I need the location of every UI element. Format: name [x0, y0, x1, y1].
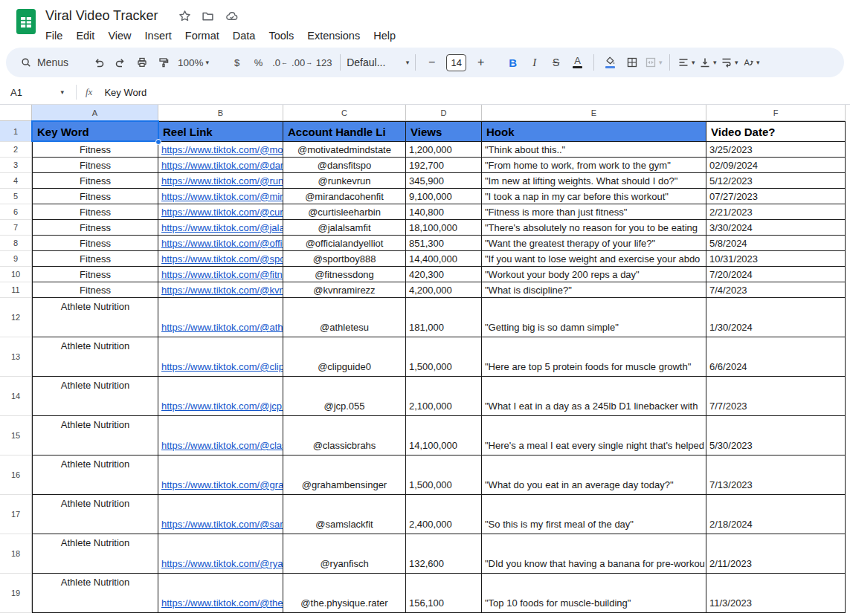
cell-C11[interactable]: @kvnramirezz — [283, 282, 406, 298]
cell-E4[interactable]: "Im new at lifting weights. What should … — [482, 173, 706, 189]
row-header-18[interactable]: 18 — [0, 534, 32, 574]
cell-C10[interactable]: @fitnessdong — [283, 267, 406, 282]
cell-F13[interactable]: 6/6/2024 — [706, 337, 846, 377]
cell-F5[interactable]: 07/27/2023 — [706, 189, 846, 204]
row-header-2[interactable]: 2 — [0, 142, 32, 158]
cell-F9[interactable]: 10/31/2023 — [706, 251, 846, 267]
cell-B13[interactable]: https://www.tiktok.com/@clipguide0 — [158, 337, 283, 377]
cell-B12[interactable]: https://www.tiktok.com/@athletesu — [158, 298, 283, 337]
cell-D17[interactable]: 2,400,000 — [406, 495, 482, 534]
row-header-3[interactable]: 3 — [0, 158, 32, 173]
vertical-align-button[interactable]: ▾ — [698, 52, 718, 73]
cell-C3[interactable]: @dansfitspo — [283, 158, 406, 173]
reel-link[interactable]: https://www.tiktok.com/@officialandyelli… — [161, 238, 283, 249]
cell-F7[interactable]: 3/30/2024 — [706, 220, 846, 236]
text-color-button[interactable]: A — [567, 52, 587, 73]
cell-A9[interactable]: Fitness — [32, 251, 158, 267]
cell-E6[interactable]: "Fitness is more than just fitness" — [482, 204, 706, 220]
cell-C7[interactable]: @jalalsamfit — [283, 220, 406, 236]
cell-D12[interactable]: 181,000 — [406, 298, 482, 337]
row-header-7[interactable]: 7 — [0, 220, 32, 236]
menus-search-button[interactable]: Menus — [16, 56, 88, 68]
column-header-A[interactable]: A — [32, 105, 158, 121]
cell-B9[interactable]: https://www.tiktok.com/@sportboy888 — [158, 251, 283, 267]
cell-C8[interactable]: @officialandyelliot — [283, 236, 406, 251]
cell-D8[interactable]: 851,300 — [406, 236, 482, 251]
cell-B17[interactable]: https://www.tiktok.com/@samslackfit — [158, 495, 283, 534]
cell-B6[interactable]: https://www.tiktok.com/@curtisleeharbin — [158, 204, 283, 220]
paint-format-button[interactable] — [153, 52, 173, 73]
decrease-font-size-button[interactable]: − — [422, 52, 442, 73]
cell-F4[interactable]: 5/12/2023 — [706, 173, 846, 189]
reel-link[interactable]: https://www.tiktok.com/@the.physique.rat… — [161, 597, 283, 609]
cell-A6[interactable]: Fitness — [32, 204, 158, 220]
cell-A4[interactable]: Fitness — [32, 173, 158, 189]
column-header-F[interactable]: F — [706, 105, 846, 121]
cell-C5[interactable]: @mirandacohenfit — [283, 189, 406, 204]
cell-A11[interactable]: Fitness — [32, 282, 158, 298]
cell-E15[interactable]: "Here's a meal I eat every single night … — [482, 416, 706, 455]
cell-A2[interactable]: Fitness — [32, 142, 158, 158]
cell-C17[interactable]: @samslackfit — [283, 495, 406, 534]
cell-B19[interactable]: https://www.tiktok.com/@the.physique.rat… — [158, 574, 283, 613]
cell-C18[interactable]: @ryanfisch — [283, 534, 406, 574]
reel-link[interactable]: https://www.tiktok.com/@grahambensinger — [161, 479, 283, 490]
cell-A14[interactable]: Athlete Nutrition — [32, 377, 158, 416]
row-header-4[interactable]: 4 — [0, 173, 32, 189]
cell-E13[interactable]: "Here are top 5 protein foods for muscle… — [482, 337, 706, 377]
cell-D4[interactable]: 345,900 — [406, 173, 482, 189]
row-header-14[interactable]: 14 — [0, 377, 32, 416]
reel-link[interactable]: https://www.tiktok.com/@samslackfit — [161, 519, 283, 530]
cell-C13[interactable]: @clipguide0 — [283, 337, 406, 377]
print-button[interactable] — [132, 52, 152, 73]
more-formats-button[interactable]: 123 — [314, 52, 334, 73]
cell-F12[interactable]: 1/30/2024 — [706, 298, 846, 337]
row-header-10[interactable]: 10 — [0, 267, 32, 282]
reel-link[interactable]: https://www.tiktok.com/@clipguide0 — [161, 361, 283, 372]
cell-D6[interactable]: 140,800 — [406, 204, 482, 220]
cell-E18[interactable]: "DId you know that having a banana for p… — [482, 534, 706, 574]
cell-A3[interactable]: Fitness — [32, 158, 158, 173]
cell-F17[interactable]: 2/18/2024 — [706, 495, 846, 534]
row-header-19[interactable]: 19 — [0, 574, 32, 613]
horizontal-align-button[interactable]: ▾ — [676, 52, 696, 73]
decrease-decimal-button[interactable]: .0← — [270, 52, 290, 73]
cell-B7[interactable]: https://www.tiktok.com/@jalalsamfit — [158, 220, 283, 236]
cell-A8[interactable]: Fitness — [32, 236, 158, 251]
row-header-13[interactable]: 13 — [0, 337, 32, 377]
text-rotation-button[interactable]: A ▾ — [741, 52, 761, 73]
cell-A15[interactable]: Athlete Nutrition — [32, 416, 158, 455]
font-size-input[interactable]: 14 — [446, 54, 466, 71]
cell-F18[interactable]: 2/11/2023 — [706, 534, 846, 574]
cell-E14[interactable]: "What I eat in a day as a 245lb D1 lineb… — [482, 377, 706, 416]
cell-B14[interactable]: https://www.tiktok.com/@jcp.055 — [158, 377, 283, 416]
reel-link[interactable]: https://www.tiktok.com/@athletesu — [161, 322, 283, 333]
cell-F19[interactable]: 11/3/2023 — [706, 574, 846, 613]
cell-E5[interactable]: "I took a nap in my car before this work… — [482, 189, 706, 204]
cell-A19[interactable]: Athlete Nutrition — [32, 574, 158, 613]
increase-font-size-button[interactable]: + — [471, 52, 491, 73]
reel-link[interactable]: https://www.tiktok.com/@mirandacohenfit — [161, 191, 283, 202]
reel-link[interactable]: https://www.tiktok.com/@fitnessdong — [161, 269, 283, 280]
cell-F6[interactable]: 2/21/2023 — [706, 204, 846, 220]
cell-D5[interactable]: 9,100,000 — [406, 189, 482, 204]
header-cell-hook[interactable]: Hook — [482, 121, 706, 142]
fill-color-button[interactable] — [600, 52, 620, 73]
percent-format-button[interactable]: % — [248, 52, 268, 73]
menu-view[interactable]: View — [101, 27, 138, 44]
reel-link[interactable]: https://www.tiktok.com/@runkevrun — [161, 175, 283, 187]
name-box[interactable]: A1 ▾ — [10, 87, 67, 98]
cell-D2[interactable]: 1,200,000 — [406, 142, 482, 158]
cell-D18[interactable]: 132,600 — [406, 534, 482, 574]
borders-button[interactable] — [622, 52, 642, 73]
cell-A10[interactable]: Fitness — [32, 267, 158, 282]
cell-E10[interactable]: "Workout your body 200 reps a day" — [482, 267, 706, 282]
menu-format[interactable]: Format — [178, 27, 226, 44]
row-header-16[interactable]: 16 — [0, 455, 32, 495]
cell-A16[interactable]: Athlete Nutrition — [32, 455, 158, 495]
menu-edit[interactable]: Edit — [69, 27, 101, 44]
cell-F15[interactable]: 5/30/2023 — [706, 416, 846, 455]
reel-link[interactable]: https://www.tiktok.com/@sportboy888 — [161, 253, 283, 265]
cell-D11[interactable]: 4,200,000 — [406, 282, 482, 298]
cell-E3[interactable]: "From home to work, from work to the gym… — [482, 158, 706, 173]
